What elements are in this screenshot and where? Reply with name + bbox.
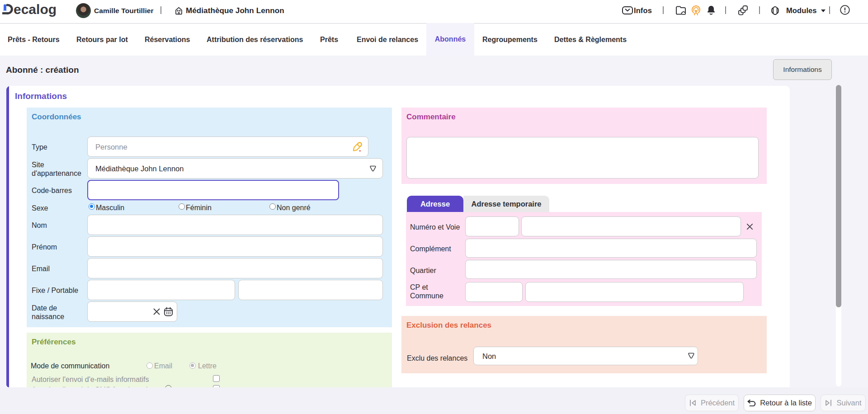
svg-text:ecalog: ecalog (14, 3, 57, 17)
